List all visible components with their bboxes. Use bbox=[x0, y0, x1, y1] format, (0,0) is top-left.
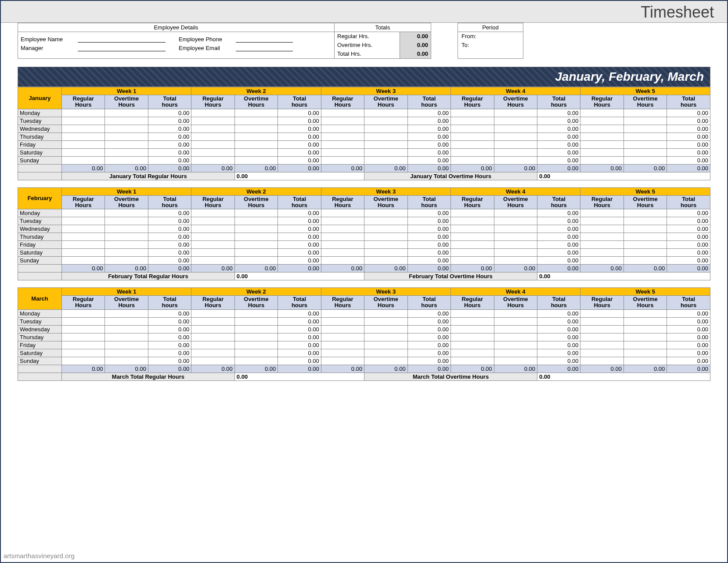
cell-overtime-input[interactable] bbox=[234, 357, 278, 365]
cell-overtime-input[interactable] bbox=[105, 156, 148, 164]
cell-overtime-input[interactable] bbox=[623, 133, 667, 140]
cell-regular-input[interactable] bbox=[580, 217, 623, 225]
cell-overtime-input[interactable] bbox=[494, 241, 537, 249]
cell-overtime-input[interactable] bbox=[494, 349, 537, 357]
cell-regular-input[interactable] bbox=[191, 309, 234, 317]
cell-overtime-input[interactable] bbox=[494, 233, 537, 241]
cell-regular-input[interactable] bbox=[321, 309, 364, 317]
cell-regular-input[interactable] bbox=[191, 156, 234, 164]
cell-regular-input[interactable] bbox=[451, 309, 494, 317]
cell-regular-input[interactable] bbox=[580, 225, 623, 233]
cell-overtime-input[interactable] bbox=[623, 225, 667, 233]
cell-regular-input[interactable] bbox=[191, 148, 234, 156]
cell-regular-input[interactable] bbox=[321, 109, 364, 117]
cell-overtime-input[interactable] bbox=[623, 217, 667, 225]
cell-overtime-input[interactable] bbox=[105, 349, 148, 357]
cell-regular-input[interactable] bbox=[191, 233, 234, 241]
cell-regular-input[interactable] bbox=[321, 225, 364, 233]
cell-overtime-input[interactable] bbox=[364, 117, 407, 125]
cell-overtime-input[interactable] bbox=[364, 257, 407, 265]
cell-regular-input[interactable] bbox=[580, 109, 623, 117]
cell-regular-input[interactable] bbox=[191, 225, 234, 233]
cell-overtime-input[interactable] bbox=[234, 257, 278, 265]
cell-overtime-input[interactable] bbox=[364, 317, 407, 325]
cell-overtime-input[interactable] bbox=[364, 249, 407, 257]
cell-overtime-input[interactable] bbox=[364, 217, 407, 225]
cell-overtime-input[interactable] bbox=[364, 325, 407, 333]
cell-overtime-input[interactable] bbox=[364, 109, 407, 117]
cell-regular-input[interactable] bbox=[451, 125, 494, 133]
cell-regular-input[interactable] bbox=[580, 233, 623, 241]
cell-regular-input[interactable] bbox=[191, 249, 234, 257]
cell-regular-input[interactable] bbox=[191, 109, 234, 117]
cell-overtime-input[interactable] bbox=[623, 148, 667, 156]
cell-regular-input[interactable] bbox=[62, 217, 105, 225]
cell-overtime-input[interactable] bbox=[105, 233, 148, 241]
cell-overtime-input[interactable] bbox=[105, 109, 148, 117]
cell-regular-input[interactable] bbox=[321, 357, 364, 365]
cell-overtime-input[interactable] bbox=[364, 357, 407, 365]
cell-regular-input[interactable] bbox=[321, 133, 364, 140]
cell-overtime-input[interactable] bbox=[494, 325, 537, 333]
cell-regular-input[interactable] bbox=[580, 117, 623, 125]
cell-regular-input[interactable] bbox=[191, 133, 234, 140]
cell-overtime-input[interactable] bbox=[234, 333, 278, 341]
cell-regular-input[interactable] bbox=[191, 349, 234, 357]
cell-overtime-input[interactable] bbox=[494, 109, 537, 117]
cell-regular-input[interactable] bbox=[451, 156, 494, 164]
cell-overtime-input[interactable] bbox=[234, 241, 278, 249]
cell-regular-input[interactable] bbox=[62, 156, 105, 164]
cell-regular-input[interactable] bbox=[191, 117, 234, 125]
cell-overtime-input[interactable] bbox=[105, 317, 148, 325]
cell-overtime-input[interactable] bbox=[234, 156, 278, 164]
cell-overtime-input[interactable] bbox=[494, 333, 537, 341]
cell-overtime-input[interactable] bbox=[494, 249, 537, 257]
cell-regular-input[interactable] bbox=[62, 257, 105, 265]
cell-overtime-input[interactable] bbox=[623, 325, 667, 333]
cell-overtime-input[interactable] bbox=[623, 109, 667, 117]
cell-overtime-input[interactable] bbox=[494, 317, 537, 325]
cell-regular-input[interactable] bbox=[321, 249, 364, 257]
cell-overtime-input[interactable] bbox=[105, 249, 148, 257]
cell-overtime-input[interactable] bbox=[364, 349, 407, 357]
employee-phone-input[interactable] bbox=[236, 36, 293, 43]
cell-overtime-input[interactable] bbox=[494, 117, 537, 125]
cell-overtime-input[interactable] bbox=[623, 140, 667, 148]
cell-overtime-input[interactable] bbox=[623, 233, 667, 241]
cell-regular-input[interactable] bbox=[321, 148, 364, 156]
cell-regular-input[interactable] bbox=[321, 333, 364, 341]
cell-overtime-input[interactable] bbox=[623, 309, 667, 317]
cell-regular-input[interactable] bbox=[580, 249, 623, 257]
cell-regular-input[interactable] bbox=[62, 325, 105, 333]
cell-overtime-input[interactable] bbox=[105, 357, 148, 365]
cell-overtime-input[interactable] bbox=[364, 156, 407, 164]
cell-overtime-input[interactable] bbox=[105, 341, 148, 349]
cell-regular-input[interactable] bbox=[191, 341, 234, 349]
employee-name-input[interactable] bbox=[78, 36, 166, 43]
cell-overtime-input[interactable] bbox=[623, 357, 667, 365]
cell-regular-input[interactable] bbox=[321, 341, 364, 349]
cell-regular-input[interactable] bbox=[451, 140, 494, 148]
cell-overtime-input[interactable] bbox=[364, 241, 407, 249]
cell-regular-input[interactable] bbox=[321, 233, 364, 241]
cell-overtime-input[interactable] bbox=[234, 309, 278, 317]
cell-overtime-input[interactable] bbox=[234, 317, 278, 325]
cell-regular-input[interactable] bbox=[62, 309, 105, 317]
cell-overtime-input[interactable] bbox=[234, 109, 278, 117]
cell-regular-input[interactable] bbox=[191, 217, 234, 225]
cell-overtime-input[interactable] bbox=[494, 140, 537, 148]
cell-overtime-input[interactable] bbox=[234, 125, 278, 133]
cell-overtime-input[interactable] bbox=[623, 209, 667, 217]
cell-regular-input[interactable] bbox=[451, 257, 494, 265]
cell-overtime-input[interactable] bbox=[494, 133, 537, 140]
cell-regular-input[interactable] bbox=[580, 140, 623, 148]
cell-regular-input[interactable] bbox=[580, 241, 623, 249]
cell-overtime-input[interactable] bbox=[494, 209, 537, 217]
cell-regular-input[interactable] bbox=[62, 140, 105, 148]
cell-regular-input[interactable] bbox=[191, 140, 234, 148]
cell-overtime-input[interactable] bbox=[494, 125, 537, 133]
cell-overtime-input[interactable] bbox=[623, 125, 667, 133]
cell-overtime-input[interactable] bbox=[494, 309, 537, 317]
cell-regular-input[interactable] bbox=[62, 133, 105, 140]
cell-regular-input[interactable] bbox=[580, 257, 623, 265]
